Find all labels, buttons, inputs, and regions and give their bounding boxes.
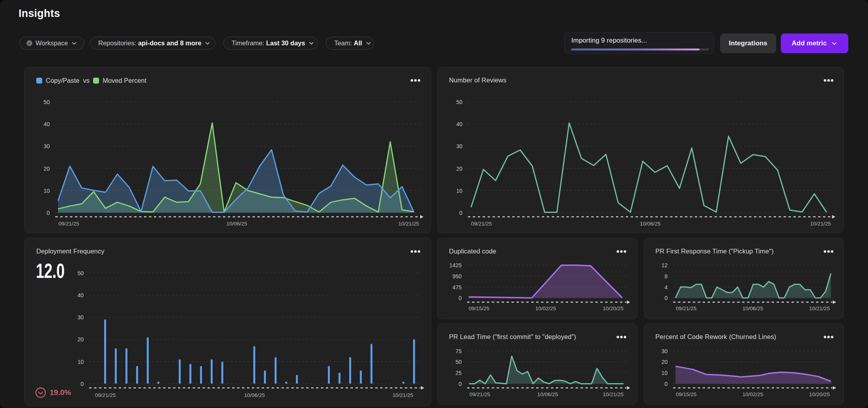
svg-text:10: 10 (43, 188, 50, 194)
svg-text:50: 50 (456, 99, 462, 105)
svg-text:09/21/25: 09/21/25 (676, 306, 697, 311)
svg-text:40: 40 (43, 121, 50, 127)
svg-text:09/21/25: 09/21/25 (58, 221, 79, 227)
svg-text:10/21/25: 10/21/25 (393, 392, 413, 398)
svg-text:0: 0 (459, 210, 462, 216)
svg-text:0: 0 (664, 381, 668, 387)
svg-text:0: 0 (458, 381, 462, 387)
svg-text:10/06/25: 10/06/25 (537, 391, 558, 397)
svg-text:0: 0 (47, 210, 50, 216)
svg-text:30: 30 (43, 143, 50, 149)
svg-text:10/21/25: 10/21/25 (809, 306, 830, 311)
svg-text:09/21/25: 09/21/25 (471, 221, 492, 227)
svg-text:10/06/25: 10/06/25 (640, 221, 661, 227)
svg-text:25: 25 (455, 370, 462, 376)
svg-text:40: 40 (77, 292, 84, 298)
svg-text:10/21/25: 10/21/25 (810, 221, 831, 227)
svg-text:30: 30 (661, 348, 668, 354)
svg-text:950: 950 (453, 273, 462, 279)
svg-text:10/06/25: 10/06/25 (244, 392, 265, 398)
svg-text:10/02/25: 10/02/25 (535, 306, 556, 311)
svg-text:10/06/25: 10/06/25 (743, 306, 763, 311)
svg-text:09/21/25: 09/21/25 (95, 392, 116, 398)
svg-text:0: 0 (80, 381, 84, 387)
svg-text:20: 20 (77, 336, 84, 343)
svg-text:09/15/25: 09/15/25 (469, 306, 490, 311)
svg-text:12: 12 (661, 262, 668, 268)
svg-text:10: 10 (456, 188, 462, 194)
svg-text:40: 40 (456, 121, 462, 127)
svg-text:50: 50 (77, 270, 84, 276)
svg-text:10/20/25: 10/20/25 (809, 391, 830, 397)
svg-text:10/02/25: 10/02/25 (743, 391, 763, 397)
svg-text:0: 0 (664, 295, 668, 301)
svg-text:10/21/25: 10/21/25 (398, 221, 419, 227)
svg-text:30: 30 (77, 314, 84, 320)
svg-text:4: 4 (664, 284, 668, 291)
svg-text:20: 20 (456, 166, 462, 172)
svg-text:10: 10 (77, 359, 84, 365)
svg-text:10/21/25: 10/21/25 (603, 391, 624, 397)
svg-text:09/21/25: 09/21/25 (470, 391, 490, 397)
svg-text:10/20/25: 10/20/25 (603, 306, 624, 311)
svg-text:475: 475 (453, 284, 462, 291)
svg-text:10/06/25: 10/06/25 (226, 221, 247, 227)
svg-text:8: 8 (664, 273, 668, 279)
svg-text:30: 30 (456, 143, 462, 149)
svg-text:75: 75 (455, 348, 462, 354)
svg-text:20: 20 (43, 166, 50, 172)
svg-text:50: 50 (455, 359, 462, 365)
svg-text:10: 10 (661, 370, 668, 376)
svg-text:0: 0 (458, 295, 462, 301)
svg-text:09/15/25: 09/15/25 (676, 391, 697, 397)
svg-text:50: 50 (43, 99, 50, 105)
svg-text:1425: 1425 (449, 262, 462, 268)
svg-text:20: 20 (661, 359, 668, 365)
